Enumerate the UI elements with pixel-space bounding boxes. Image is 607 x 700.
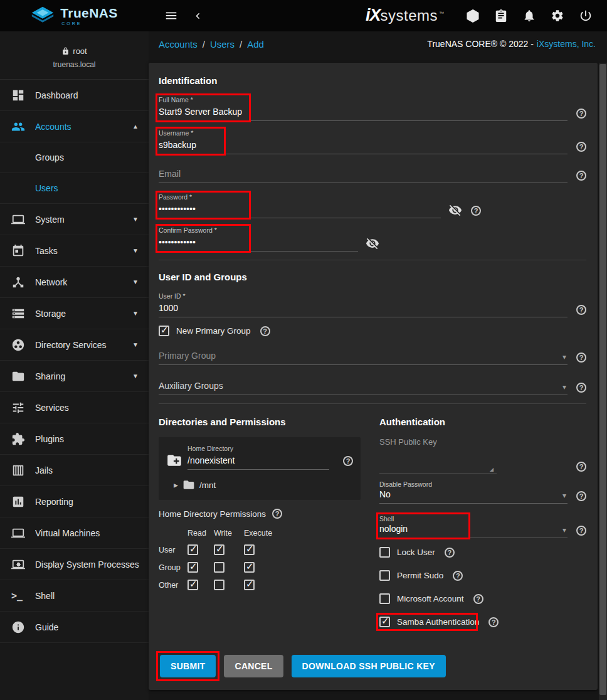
help-icon[interactable] <box>272 509 282 519</box>
sidebar-item-display-system-processes[interactable]: Display System Processes <box>0 549 149 580</box>
sidebar-item-users[interactable]: Users <box>0 173 149 204</box>
auxiliary-groups-select[interactable]: Auxiliary Groups <box>159 379 567 395</box>
sidebar-item-accounts[interactable]: Accounts <box>0 111 149 142</box>
password-input[interactable] <box>159 202 441 218</box>
auxiliary-groups-placeholder: Auxiliary Groups <box>159 381 223 391</box>
create-folder-icon[interactable] <box>166 452 182 469</box>
permit-sudo-checkbox[interactable] <box>379 570 390 581</box>
user-id-input[interactable] <box>159 301 567 317</box>
expand-arrow-icon[interactable] <box>174 480 178 490</box>
hamburger-menu-button[interactable] <box>161 6 181 26</box>
help-icon[interactable] <box>488 617 499 627</box>
truenas-logo[interactable]: TrueNAS CORE <box>0 6 149 26</box>
other-write-checkbox[interactable] <box>214 580 224 590</box>
help-icon[interactable] <box>471 206 481 216</box>
password-field: Password * <box>159 193 586 218</box>
section-divider <box>159 403 586 404</box>
new-primary-group-checkbox[interactable] <box>159 326 169 336</box>
topbar-icon-group <box>463 6 607 26</box>
help-icon[interactable] <box>576 383 586 393</box>
sidebar-item-plugins[interactable]: Plugins <box>0 423 149 455</box>
user-read-checkbox[interactable] <box>187 544 198 555</box>
samba-authentication-checkbox[interactable] <box>379 617 390 627</box>
group-read-checkbox[interactable] <box>187 562 198 573</box>
user-write-checkbox[interactable] <box>214 544 224 555</box>
scrollbar-thumb[interactable] <box>599 64 606 695</box>
sidebar-item-groups[interactable]: Groups <box>0 142 149 173</box>
tree-node-mnt[interactable]: /mnt <box>166 479 353 491</box>
sidebar-item-jails[interactable]: Jails <box>0 455 149 486</box>
sidebar-item-system[interactable]: System <box>0 204 149 235</box>
help-icon[interactable] <box>453 571 463 581</box>
ssh-public-key-input[interactable] <box>379 448 497 474</box>
microsoft-account-checkbox[interactable] <box>379 593 390 604</box>
sidebar-item-sharing[interactable]: Sharing <box>0 361 149 392</box>
cancel-button[interactable]: CANCEL <box>224 655 283 677</box>
sidebar-item-reporting[interactable]: Reporting <box>0 486 149 517</box>
sidebar-item-storage[interactable]: Storage <box>0 298 149 329</box>
help-icon[interactable] <box>576 491 586 501</box>
help-icon[interactable] <box>576 171 586 181</box>
sidebar-item-guide[interactable]: Guide <box>0 612 149 643</box>
sidebar-item-tasks[interactable]: Tasks <box>0 235 149 267</box>
sidebar-item-virtual-machines[interactable]: Virtual Machines <box>0 517 149 549</box>
help-icon[interactable] <box>576 109 586 119</box>
breadcrumb: Accounts / Users / Add TrueNAS CORE® © 2… <box>149 31 607 56</box>
username-input[interactable] <box>159 138 567 154</box>
shell-field: Shell nologin <box>379 515 586 538</box>
help-icon[interactable] <box>473 594 483 604</box>
help-icon[interactable] <box>576 305 586 315</box>
submit-button[interactable]: SUBMIT <box>160 655 216 677</box>
help-icon[interactable] <box>576 526 586 536</box>
help-icon[interactable] <box>343 456 353 466</box>
sidebar-item-directory-services[interactable]: Directory Services <box>0 329 149 361</box>
primary-group-select[interactable]: Primary Group <box>159 349 567 365</box>
ixsystems-link[interactable]: iXsystems, Inc. <box>537 39 596 49</box>
sidebar-item-label: Jails <box>35 465 139 475</box>
help-icon[interactable] <box>260 326 270 336</box>
breadcrumb-users[interactable]: Users <box>210 39 235 50</box>
help-icon[interactable] <box>576 353 586 363</box>
notifications-button[interactable] <box>519 6 539 26</box>
permissions-row-other: Other <box>159 581 187 590</box>
shell-select[interactable]: nologin <box>379 524 567 538</box>
breadcrumb-accounts[interactable]: Accounts <box>159 39 198 50</box>
visibility-off-icon[interactable] <box>448 203 462 217</box>
sidebar-item-shell[interactable]: >_ Shell <box>0 580 149 612</box>
disable-password-select[interactable]: No <box>379 489 567 504</box>
sidebar-item-dashboard[interactable]: Dashboard <box>0 80 149 111</box>
dropdown-arrow-icon <box>562 353 566 361</box>
help-icon[interactable] <box>445 548 455 558</box>
user-execute-checkbox[interactable] <box>244 544 255 555</box>
confirm-password-input[interactable] <box>159 235 358 252</box>
other-read-checkbox[interactable] <box>187 580 198 590</box>
chevron-down-icon <box>132 247 139 254</box>
email-input[interactable] <box>159 167 567 183</box>
confirm-password-field: Confirm Password * <box>159 226 586 252</box>
power-button[interactable] <box>576 6 596 26</box>
logged-in-user: root <box>73 46 87 56</box>
full-name-input[interactable] <box>159 105 567 121</box>
truecommand-button[interactable] <box>463 6 483 26</box>
help-icon[interactable] <box>576 142 586 152</box>
resize-handle-icon[interactable] <box>490 467 494 472</box>
tasks-manager-button[interactable] <box>491 6 511 26</box>
scrollbar-track[interactable] <box>599 63 607 700</box>
other-execute-checkbox[interactable] <box>244 580 255 590</box>
help-icon[interactable] <box>576 462 586 472</box>
sidebar-item-services[interactable]: Services <box>0 392 149 423</box>
lock-user-checkbox[interactable] <box>379 547 390 558</box>
download-ssh-key-button[interactable]: DOWNLOAD SSH PUBLIC KEY <box>292 655 446 677</box>
calendar-icon <box>11 244 25 258</box>
visibility-off-icon[interactable] <box>366 236 379 250</box>
breadcrumb-add[interactable]: Add <box>247 39 264 50</box>
chevron-down-icon <box>132 278 139 285</box>
chevron-down-icon <box>132 341 139 348</box>
settings-button[interactable] <box>547 6 567 26</box>
group-write-checkbox[interactable] <box>214 562 224 573</box>
back-button[interactable] <box>189 7 207 25</box>
home-directory-input[interactable] <box>187 453 329 470</box>
ssh-public-key-field: SSH Public Key <box>379 437 586 474</box>
sidebar-item-network[interactable]: Network <box>0 267 149 298</box>
group-execute-checkbox[interactable] <box>244 562 255 573</box>
